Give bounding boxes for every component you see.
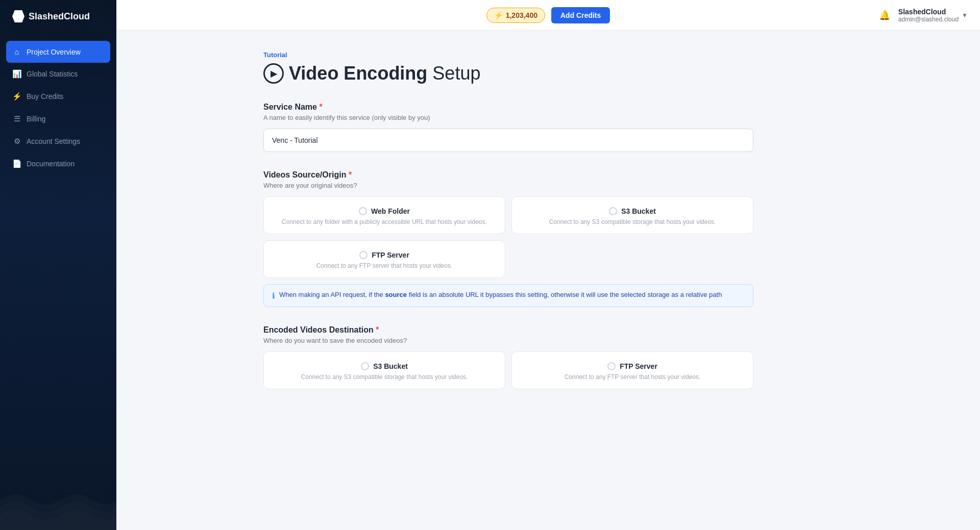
decorative-waves bbox=[0, 469, 116, 530]
ftp-server-option[interactable]: FTP Server Connect to any FTP server tha… bbox=[263, 240, 505, 278]
play-circle-icon: ▶ bbox=[263, 63, 284, 84]
encoded-destination-desc: Where do you want to save the encoded vi… bbox=[263, 337, 949, 344]
bolt-icon: ⚡ bbox=[494, 11, 503, 19]
chart-icon: 📊 bbox=[12, 69, 21, 79]
s3-bucket-desc: Connect to any S3 compatible storage tha… bbox=[549, 218, 716, 225]
source-options-row2: FTP Server Connect to any FTP server tha… bbox=[263, 240, 753, 278]
app-logo: SlashedCloud bbox=[0, 0, 116, 33]
web-folder-desc: Connect to any folder with a publicly ac… bbox=[282, 218, 487, 225]
tutorial-label: Tutorial bbox=[263, 51, 949, 59]
sidebar-item-documentation[interactable]: 📄 Documentation bbox=[0, 153, 116, 175]
sidebar-nav: ⌂ Project Overview 📊 Global Statistics ⚡… bbox=[0, 33, 116, 530]
gear-icon: ⚙ bbox=[12, 137, 21, 146]
ftp-server-desc: Connect to any FTP server that hosts you… bbox=[316, 262, 453, 269]
billing-icon: ☰ bbox=[12, 114, 21, 123]
service-name-desc: A name to easily identify this service (… bbox=[263, 114, 949, 121]
header: ⚡ 1,203,400 Add Credits 🔔 SlashedCloud a… bbox=[116, 0, 980, 31]
service-name-section: Service Name * A name to easily identify… bbox=[263, 103, 949, 152]
s3-bucket-dest-label: S3 Bucket bbox=[373, 362, 408, 370]
info-icon: ℹ bbox=[272, 291, 275, 300]
credits-amount: 1,203,400 bbox=[506, 11, 537, 19]
sidebar-item-label: Global Statistics bbox=[27, 70, 78, 78]
s3-bucket-dest-option[interactable]: S3 Bucket Connect to any S3 compatible s… bbox=[263, 351, 505, 389]
web-folder-option[interactable]: Web Folder Connect to any folder with a … bbox=[263, 196, 505, 234]
required-marker: * bbox=[319, 103, 322, 111]
info-text: When making an API request, if the sourc… bbox=[279, 291, 722, 298]
title-light: Setup bbox=[432, 63, 480, 84]
ftp-server-label: FTP Server bbox=[372, 251, 409, 259]
app-name: SlashedCloud bbox=[29, 11, 90, 22]
s3-bucket-dest-radio[interactable] bbox=[361, 362, 369, 370]
bell-icon[interactable]: 🔔 bbox=[879, 10, 890, 21]
credits-badge: ⚡ 1,203,400 bbox=[486, 8, 545, 23]
doc-icon: 📄 bbox=[12, 159, 21, 168]
s3-bucket-label: S3 Bucket bbox=[621, 207, 656, 215]
required-marker: * bbox=[349, 170, 352, 179]
user-name: SlashedCloud bbox=[898, 8, 959, 16]
main-content: Tutorial ▶ Video Encoding Setup Service … bbox=[233, 31, 980, 530]
user-details: SlashedCloud admin@slashed.cloud bbox=[898, 8, 959, 23]
sidebar-item-label: Buy Credits bbox=[27, 92, 63, 100]
title-bold: Video Encoding bbox=[289, 63, 427, 84]
sidebar-item-project-overview[interactable]: ⌂ Project Overview bbox=[6, 41, 110, 63]
videos-source-label: Videos Source/Origin * bbox=[263, 170, 949, 180]
user-menu[interactable]: SlashedCloud admin@slashed.cloud ▼ bbox=[898, 8, 968, 23]
sidebar-item-buy-credits[interactable]: ⚡ Buy Credits bbox=[0, 85, 116, 108]
sidebar-item-global-statistics[interactable]: 📊 Global Statistics bbox=[0, 63, 116, 85]
sidebar-item-account-settings[interactable]: ⚙ Account Settings bbox=[0, 130, 116, 153]
ftp-server-dest-desc: Connect to any FTP server that hosts you… bbox=[565, 373, 701, 381]
source-options-row1: Web Folder Connect to any folder with a … bbox=[263, 196, 753, 234]
add-credits-button[interactable]: Add Credits bbox=[551, 7, 610, 23]
header-right: 🔔 SlashedCloud admin@slashed.cloud ▼ bbox=[879, 8, 968, 23]
encoded-destination-section: Encoded Videos Destination * Where do yo… bbox=[263, 325, 949, 389]
ftp-server-dest-label: FTP Server bbox=[620, 362, 657, 370]
header-center: ⚡ 1,203,400 Add Credits bbox=[486, 7, 610, 23]
sidebar-item-label: Billing bbox=[27, 115, 45, 123]
s3-bucket-radio[interactable] bbox=[609, 207, 617, 215]
web-folder-label: Web Folder bbox=[371, 207, 410, 215]
source-info-box: ℹ When making an API request, if the sou… bbox=[263, 284, 753, 307]
sidebar: SlashedCloud ⌂ Project Overview 📊 Global… bbox=[0, 0, 116, 530]
bolt-icon: ⚡ bbox=[12, 92, 21, 101]
user-email: admin@slashed.cloud bbox=[898, 16, 959, 23]
ftp-server-dest-radio[interactable] bbox=[607, 362, 616, 370]
service-name-label: Service Name * bbox=[263, 103, 949, 112]
logo-icon bbox=[12, 10, 24, 22]
home-icon: ⌂ bbox=[12, 47, 21, 56]
sidebar-item-label: Documentation bbox=[27, 160, 75, 168]
service-name-input[interactable] bbox=[263, 129, 753, 152]
sidebar-item-label: Account Settings bbox=[27, 137, 80, 145]
sidebar-item-billing[interactable]: ☰ Billing bbox=[0, 108, 116, 130]
web-folder-radio[interactable] bbox=[359, 207, 367, 215]
s3-bucket-option[interactable]: S3 Bucket Connect to any S3 compatible s… bbox=[511, 196, 753, 234]
ftp-server-dest-option[interactable]: FTP Server Connect to any FTP server tha… bbox=[511, 351, 753, 389]
videos-source-section: Videos Source/Origin * Where are your or… bbox=[263, 170, 949, 307]
destination-options: S3 Bucket Connect to any S3 compatible s… bbox=[263, 351, 753, 389]
sidebar-item-label: Project Overview bbox=[27, 48, 81, 56]
required-marker: * bbox=[376, 325, 379, 334]
encoded-destination-label: Encoded Videos Destination * bbox=[263, 325, 949, 335]
page-title: ▶ Video Encoding Setup bbox=[263, 63, 949, 84]
videos-source-desc: Where are your original videos? bbox=[263, 182, 949, 189]
ftp-server-radio[interactable] bbox=[359, 251, 368, 259]
chevron-down-icon: ▼ bbox=[962, 12, 968, 19]
s3-bucket-dest-desc: Connect to any S3 compatible storage tha… bbox=[301, 373, 468, 381]
